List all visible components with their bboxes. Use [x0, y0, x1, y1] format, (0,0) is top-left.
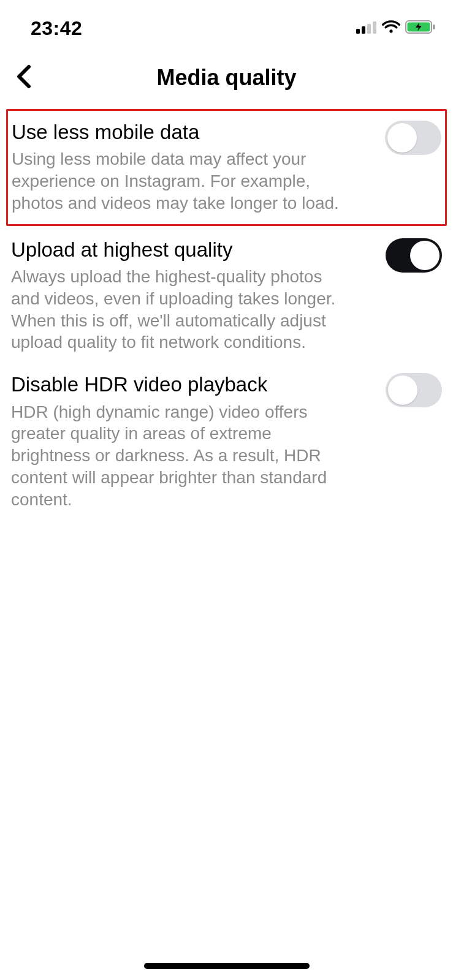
setting-disable-hdr-video-playback: Disable HDR video playback HDR (high dyn…	[6, 363, 447, 520]
nav-header: Media quality	[0, 51, 453, 104]
setting-text: Upload at highest quality Always upload …	[11, 237, 373, 354]
page-title: Media quality	[156, 65, 296, 91]
setting-text: Use less mobile data Using less mobile d…	[12, 119, 373, 214]
setting-use-less-mobile-data: Use less mobile data Using less mobile d…	[6, 109, 447, 226]
svg-rect-0	[356, 29, 360, 34]
setting-description: Always upload the highest-quality photos…	[11, 266, 342, 353]
toggle-knob	[387, 123, 417, 153]
toggle-upload-at-highest-quality[interactable]	[386, 238, 442, 273]
toggle-disable-hdr-video-playback[interactable]	[386, 373, 442, 407]
setting-title: Upload at highest quality	[11, 237, 373, 262]
toggle-knob	[388, 375, 417, 405]
back-button[interactable]	[9, 63, 38, 92]
svg-rect-3	[373, 21, 376, 34]
setting-description: HDR (high dynamic range) video offers gr…	[11, 401, 342, 511]
svg-rect-1	[362, 26, 365, 34]
setting-upload-at-highest-quality: Upload at highest quality Always upload …	[6, 228, 447, 364]
wifi-icon	[382, 20, 400, 36]
chevron-left-icon	[15, 64, 31, 91]
setting-text: Disable HDR video playback HDR (high dyn…	[11, 372, 373, 510]
toggle-knob	[410, 241, 440, 270]
toggle-use-less-mobile-data[interactable]	[385, 121, 441, 155]
status-bar: 23:42	[0, 0, 453, 43]
setting-title: Use less mobile data	[12, 119, 373, 145]
setting-title: Disable HDR video playback	[11, 372, 373, 397]
status-icons	[356, 20, 436, 37]
cellular-icon	[356, 20, 377, 36]
status-time: 23:42	[31, 17, 82, 40]
svg-rect-2	[367, 24, 371, 34]
settings-list: Use less mobile data Using less mobile d…	[0, 104, 453, 521]
setting-description: Using less mobile data may affect your e…	[12, 148, 343, 214]
home-indicator[interactable]	[144, 963, 310, 969]
svg-rect-6	[433, 24, 435, 29]
battery-charging-icon	[405, 20, 436, 37]
